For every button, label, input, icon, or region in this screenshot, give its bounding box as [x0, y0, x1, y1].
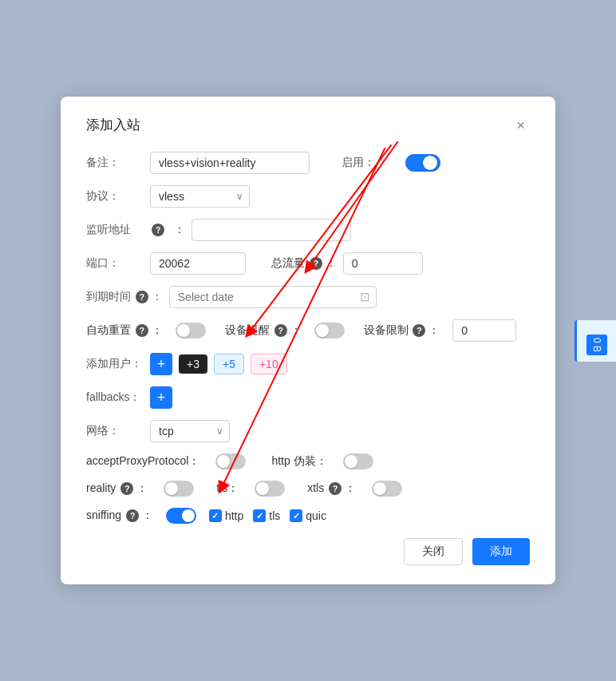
network-select[interactable]: tcp ws grpc http [150, 420, 230, 442]
tls-checkbox[interactable] [253, 509, 266, 522]
autoreset-toggle[interactable] [176, 323, 206, 339]
autoreset-row: 自动重置 ? ： 设备提醒 ? ： 设备限制 ? ： [86, 319, 530, 342]
device-limit-label: 设备限制 ? ： [364, 323, 440, 338]
autoreset-toggle-knob [177, 324, 190, 337]
expire-row: 到期时间 ? ： ⊡ [86, 286, 530, 308]
remark-row: 备注： 启用： [86, 152, 530, 174]
tls-checkbox-label: tls [269, 509, 280, 522]
sniffing-checkboxes: http tls quic [209, 509, 326, 522]
add-user-5-button[interactable]: +5 [214, 354, 244, 374]
right-panel-button[interactable]: 0 B [586, 334, 607, 354]
sniffing-row: sniffing ? ： http tls quic [86, 508, 530, 524]
accept-proxy-label: acceptProxyProtocol： [86, 454, 199, 469]
remark-input[interactable] [150, 152, 310, 174]
protocol-select[interactable]: vless vmess trojan shadowsocks [150, 185, 250, 208]
cancel-button[interactable]: 关闭 [404, 538, 463, 565]
tls-checkbox-item[interactable]: tls [253, 509, 280, 522]
http-fake-label: http 伪装： [271, 454, 326, 469]
reality-label: reality ? ： [86, 481, 148, 496]
xtls-label: xtls ? ： [307, 481, 356, 496]
submit-button[interactable]: 添加 [472, 538, 530, 565]
device-alert-toggle-knob [316, 324, 329, 337]
sniffing-help-icon[interactable]: ? [126, 509, 139, 522]
dialog: 添加入站 × 备注： 启用： 协议： vless vmess trojan sh… [61, 97, 555, 584]
right-panel: 流量 0 B [575, 319, 616, 361]
dialog-title: 添加入站 [86, 116, 140, 134]
add-user-label: 添加用户： [86, 357, 144, 371]
quic-checkbox[interactable] [290, 509, 302, 522]
device-alert-help-icon[interactable]: ? [274, 324, 287, 337]
http-fake-toggle[interactable] [343, 453, 373, 469]
xtls-toggle[interactable] [372, 481, 402, 497]
dialog-header: 添加入站 × [86, 116, 530, 134]
port-input[interactable] [150, 252, 246, 275]
autoreset-help-icon[interactable]: ? [136, 324, 148, 337]
network-row: 网络： tcp ws grpc http [86, 420, 530, 442]
http-fake-toggle-knob [345, 455, 357, 468]
dialog-footer: 关闭 添加 [86, 538, 530, 565]
date-input-wrap: ⊡ [169, 286, 377, 308]
protocol-row: 协议： vless vmess trojan shadowsocks [86, 185, 530, 208]
close-button[interactable]: × [511, 117, 530, 134]
network-label: 网络： [86, 424, 144, 438]
accept-proxy-toggle-knob [217, 455, 230, 468]
add-user-plus-button[interactable]: + [150, 353, 172, 375]
fallbacks-row: fallbacks： + [86, 386, 530, 409]
port-label: 端口： [86, 256, 144, 271]
reality-toggle-knob [165, 482, 178, 495]
sniffing-toggle[interactable] [166, 508, 196, 524]
proxy-row: acceptProxyProtocol： http 伪装： [86, 453, 530, 469]
port-row: 端口： 总流量 ? ： [86, 252, 530, 275]
add-user-10-button[interactable]: +10 [251, 354, 287, 374]
right-panel-text: 流量 [590, 326, 604, 329]
device-alert-toggle[interactable] [314, 323, 345, 339]
fallbacks-label: fallbacks： [86, 390, 144, 405]
autoreset-label: 自动重置 ? ： [86, 323, 163, 338]
enable-toggle-knob [423, 156, 437, 170]
tls-label: tls： [216, 481, 239, 496]
listen-label: 监听地址 [86, 223, 144, 237]
tls-toggle-knob [256, 482, 269, 495]
total-label: 总流量 ? ： [271, 256, 337, 271]
listen-input[interactable] [192, 219, 351, 241]
device-limit-input[interactable] [452, 319, 516, 342]
protocol-select-wrap: vless vmess trojan shadowsocks [150, 185, 250, 208]
quic-checkbox-item[interactable]: quic [290, 509, 326, 522]
protocol-label: 协议： [86, 189, 144, 204]
xtls-toggle-knob [373, 482, 386, 495]
tls-toggle[interactable] [255, 481, 285, 497]
remark-label: 备注： [86, 156, 144, 170]
expire-label: 到期时间 ? ： [86, 290, 163, 304]
fallbacks-plus-button[interactable]: + [150, 386, 172, 409]
xtls-help-icon[interactable]: ? [329, 482, 342, 495]
quic-checkbox-label: quic [306, 509, 326, 522]
device-limit-help-icon[interactable]: ? [413, 324, 425, 337]
reality-row: reality ? ： tls： xtls ? ： [86, 481, 530, 497]
expire-help-icon[interactable]: ? [136, 291, 148, 303]
enable-label: 启用： [342, 156, 399, 170]
add-user-3-button[interactable]: +3 [179, 354, 207, 374]
listen-help-icon[interactable]: ? [152, 224, 164, 236]
device-alert-label: 设备提醒 ? ： [225, 323, 302, 338]
accept-proxy-toggle[interactable] [215, 453, 246, 469]
listen-row: 监听地址 ? ： [86, 219, 530, 241]
add-user-row: 添加用户： + +3 +5 +10 [86, 353, 530, 375]
enable-toggle[interactable] [405, 154, 440, 172]
date-input[interactable] [169, 286, 377, 308]
http-checkbox-item[interactable]: http [209, 509, 243, 522]
reality-toggle[interactable] [164, 481, 194, 497]
sniffing-toggle-knob [182, 509, 195, 522]
http-checkbox[interactable] [209, 509, 222, 522]
network-select-wrap: tcp ws grpc http [150, 420, 230, 442]
total-help-icon[interactable]: ? [310, 257, 322, 270]
total-input[interactable] [343, 252, 423, 275]
reality-help-icon[interactable]: ? [120, 482, 133, 495]
http-checkbox-label: http [225, 509, 243, 522]
sniffing-label: sniffing ? ： [86, 509, 153, 523]
